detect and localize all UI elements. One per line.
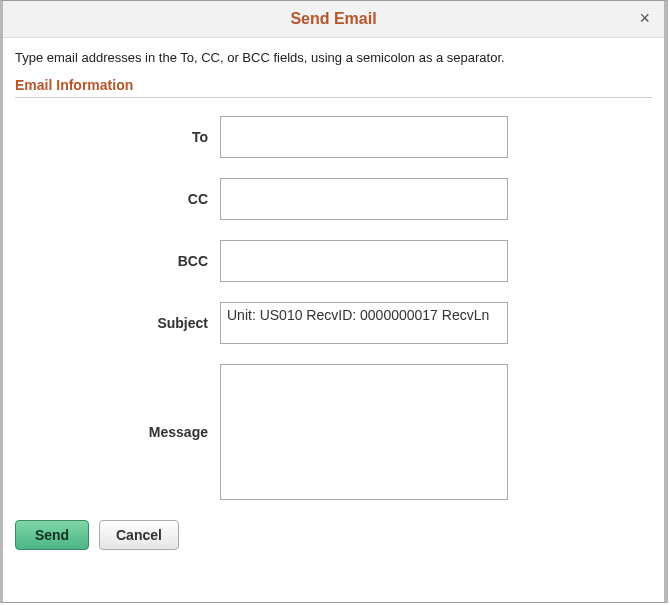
row-subject: Subject [15, 302, 652, 344]
label-bcc: BCC [15, 253, 220, 269]
bcc-input[interactable] [220, 240, 508, 282]
row-message: Message [15, 364, 652, 500]
cc-input[interactable] [220, 178, 508, 220]
row-to: To [15, 116, 652, 158]
message-input[interactable] [220, 364, 508, 500]
cancel-button[interactable]: Cancel [99, 520, 179, 550]
row-bcc: BCC [15, 240, 652, 282]
row-cc: CC [15, 178, 652, 220]
label-cc: CC [15, 191, 220, 207]
label-to: To [15, 129, 220, 145]
label-subject: Subject [15, 315, 220, 331]
titlebar: Send Email × [3, 1, 664, 38]
label-message: Message [15, 424, 220, 440]
button-row: Send Cancel [15, 520, 652, 550]
section-header: Email Information [15, 77, 652, 98]
dialog-title: Send Email [290, 10, 376, 28]
to-input[interactable] [220, 116, 508, 158]
subject-input[interactable] [220, 302, 508, 344]
send-button[interactable]: Send [15, 520, 89, 550]
instructions-text: Type email addresses in the To, CC, or B… [15, 50, 652, 65]
close-icon[interactable]: × [635, 7, 654, 29]
dialog-body: Type email addresses in the To, CC, or B… [3, 38, 664, 562]
send-email-dialog: Send Email × Type email addresses in the… [0, 0, 668, 603]
